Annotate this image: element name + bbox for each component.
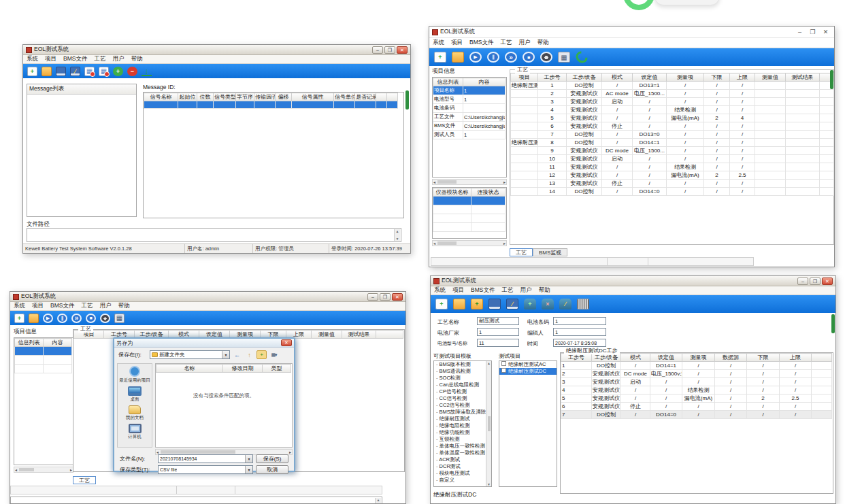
cell[interactable]: /	[730, 180, 755, 188]
remove-icon[interactable]	[127, 67, 137, 76]
dialog-close-button[interactable]	[281, 339, 292, 346]
cell[interactable]: DO14=0	[633, 188, 667, 196]
table-row[interactable]	[144, 101, 398, 109]
cell[interactable]	[812, 362, 832, 370]
column-header[interactable]: 工步/设备	[592, 354, 621, 362]
column-header[interactable]: 测量项	[682, 354, 715, 362]
horizontal-scrollbar[interactable]	[432, 179, 507, 185]
cell[interactable]: /	[780, 362, 812, 370]
cell[interactable]	[755, 147, 786, 155]
cell[interactable]: 2.5	[730, 171, 755, 180]
list-item[interactable]: 互锁检测	[434, 436, 486, 443]
cell[interactable]: /	[730, 98, 755, 106]
cell[interactable]: 电压_1500...	[633, 90, 667, 98]
cell[interactable]: /	[715, 394, 747, 403]
table-row[interactable]	[433, 223, 506, 232]
cell[interactable]: 2	[561, 370, 592, 378]
battery-model-input[interactable]: 11	[477, 339, 519, 347]
cell[interactable]: C:\Users\kchangjiang\Desktop\	[463, 122, 506, 131]
horizontal-scrollbar[interactable]	[432, 240, 507, 246]
table-row[interactable]: 6安规测试仪停止/////	[561, 403, 832, 411]
filetype-combobox[interactable]: CSV file	[158, 465, 253, 474]
cell[interactable]	[786, 122, 820, 131]
cell[interactable]: /	[682, 378, 715, 386]
new-folder-icon[interactable]	[256, 350, 267, 359]
cell[interactable]: /	[715, 411, 747, 419]
cell[interactable]: 安规测试仪	[567, 114, 602, 122]
titlebar[interactable]: EOL测试系统	[429, 27, 834, 38]
column-header[interactable]	[387, 93, 398, 101]
cell[interactable]: 停止	[602, 180, 633, 188]
column-header[interactable]	[376, 93, 387, 101]
scroll-arrows-icon[interactable]	[394, 229, 400, 241]
cell[interactable]: DO13=1	[633, 82, 667, 90]
cell[interactable]: /	[682, 403, 715, 411]
cell[interactable]: 5	[561, 394, 592, 403]
cell[interactable]: 电池型号	[433, 95, 463, 104]
list-item[interactable]: 系统	[429, 39, 448, 47]
steps-table-container[interactable]: 工步号工步/设备模式设定值测量项数据源下限上限 1DO控制/DO14=1////…	[560, 352, 833, 494]
list-item[interactable]: SOC检测	[434, 375, 486, 382]
open-folder-icon[interactable]	[29, 314, 39, 323]
column-header[interactable]: 位数	[197, 93, 214, 101]
table-row[interactable]: 2安规测试仪DC mode电压_1500v;漏...////	[561, 370, 832, 378]
new-file-icon[interactable]	[434, 52, 446, 63]
table-row[interactable]: 5安规测试仪//漏电流(mA)/22.5	[561, 394, 832, 403]
cell[interactable]: DO14=0	[650, 411, 682, 419]
cell[interactable]: /	[730, 139, 755, 147]
cell[interactable]	[334, 101, 355, 109]
cell[interactable]	[786, 139, 820, 147]
cell[interactable]: /	[704, 139, 730, 147]
list-item[interactable]: BMS文件	[467, 286, 498, 295]
play-icon[interactable]	[43, 314, 53, 323]
cell[interactable]: /	[780, 378, 812, 386]
cell[interactable]: /	[780, 386, 812, 394]
cell[interactable]	[786, 171, 820, 180]
db-add-icon[interactable]	[524, 299, 536, 309]
column-header[interactable]: 测量值	[755, 73, 786, 82]
cell[interactable]	[471, 214, 506, 223]
column-header[interactable]: 是否记录	[355, 93, 376, 101]
cell[interactable]	[755, 163, 786, 171]
cell[interactable]: 绝缘耐压测...	[511, 139, 538, 147]
cell[interactable]: /	[667, 188, 704, 196]
table-row[interactable]: 电池条码	[433, 104, 506, 113]
cell[interactable]: 漏电流(mA)	[667, 171, 704, 180]
save-in-combobox[interactable]: 新建文件夹	[150, 350, 230, 359]
cancel-button[interactable]: 取消	[256, 465, 288, 474]
cell[interactable]: /	[704, 90, 730, 98]
cell[interactable]	[812, 411, 832, 419]
pause-icon[interactable]	[487, 52, 499, 63]
list-item[interactable]: 工艺	[90, 55, 109, 63]
minimize-button[interactable]	[367, 293, 378, 301]
cell[interactable]: /	[633, 122, 667, 131]
cell[interactable]: C:\Users\kchangjiang\Desktop\	[463, 113, 506, 122]
cell[interactable]: /	[730, 155, 755, 163]
cell[interactable]: /	[633, 98, 667, 106]
list-item[interactable]: 系统	[10, 302, 29, 310]
table-row[interactable]: 12安规测试仪//漏电流(mA)22.5	[511, 171, 834, 180]
back-icon[interactable]	[232, 350, 242, 359]
editor-input[interactable]: 1	[553, 328, 606, 336]
list-item[interactable]: 帮助	[127, 55, 146, 63]
column-header[interactable]: 名称	[156, 365, 223, 373]
cell[interactable]: 7	[561, 411, 592, 419]
place-recent[interactable]: 最近使用的项目	[119, 366, 150, 382]
cell[interactable]	[755, 106, 786, 114]
process-name-input[interactable]: 耐压测试	[477, 317, 519, 325]
cell[interactable]: DC mode	[621, 370, 650, 378]
steps-table[interactable]: 工步号工步/设备模式设定值测量项数据源下限上限 1DO控制/DO14=1////…	[561, 353, 832, 419]
cell[interactable]: /	[633, 180, 667, 188]
cell[interactable]	[820, 171, 834, 180]
list-item[interactable]: 帮助	[114, 302, 133, 310]
table-row[interactable]: 工艺文件C:\Users\kchangjiang\Desktop\	[433, 113, 506, 122]
table-row[interactable]: 1DO控制/DO14=1////	[561, 362, 832, 370]
list-item[interactable]: BMS文件	[47, 302, 78, 310]
cell[interactable]: /	[602, 131, 633, 139]
cell[interactable]	[15, 347, 44, 356]
cell[interactable]: /	[682, 370, 715, 378]
place-desktop[interactable]: 桌面	[128, 386, 142, 401]
cell[interactable]: 12	[538, 171, 567, 180]
list-item[interactable]: BMS版本检测	[434, 361, 486, 368]
file-list[interactable]: 名称修改日期类型 没有与搜索条件匹配的项。	[155, 363, 293, 448]
